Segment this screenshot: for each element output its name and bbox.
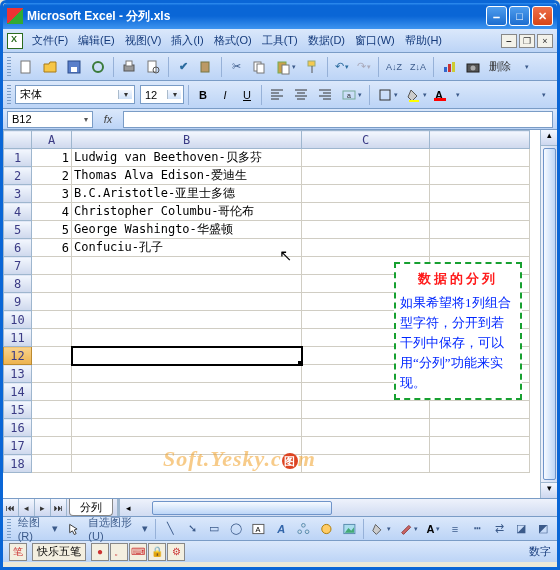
menu-edit[interactable]: 编辑(E) bbox=[73, 30, 120, 51]
cell[interactable]: 5 bbox=[32, 221, 72, 239]
row-header[interactable]: 2 bbox=[4, 167, 32, 185]
toolbar-grip-icon[interactable] bbox=[7, 519, 11, 539]
cell[interactable] bbox=[430, 221, 530, 239]
col-header-a[interactable]: A bbox=[32, 131, 72, 149]
cell[interactable] bbox=[430, 203, 530, 221]
prev-sheet-button[interactable]: ◂ bbox=[19, 499, 35, 516]
cell[interactable] bbox=[302, 221, 430, 239]
first-sheet-button[interactable]: ⏮ bbox=[3, 499, 19, 516]
undo-button[interactable]: ↶▾ bbox=[332, 56, 352, 77]
formula-bar[interactable] bbox=[123, 111, 553, 128]
cell[interactable] bbox=[72, 329, 302, 347]
merge-center-button[interactable]: a▾ bbox=[338, 84, 365, 105]
toolbar-options-button[interactable]: ▾ bbox=[533, 84, 553, 105]
maximize-button[interactable]: □ bbox=[509, 6, 530, 26]
font-color-button[interactable]: A▾ bbox=[432, 84, 463, 105]
workbook-icon[interactable] bbox=[7, 33, 23, 49]
col-header-b[interactable]: B bbox=[72, 131, 302, 149]
col-header-extra[interactable] bbox=[430, 131, 530, 149]
row-header[interactable]: 9 bbox=[4, 293, 32, 311]
cell[interactable] bbox=[72, 401, 302, 419]
line-button[interactable]: ╲ bbox=[160, 518, 180, 539]
fx-icon[interactable]: fx bbox=[99, 113, 117, 125]
row-header[interactable]: 10 bbox=[4, 311, 32, 329]
font-color-button-2[interactable]: A▾ bbox=[423, 518, 443, 539]
cell[interactable]: Ludwig van Beethoven-贝多芬 bbox=[72, 149, 302, 167]
cell[interactable] bbox=[32, 257, 72, 275]
arrow-style-button[interactable]: ⇄ bbox=[489, 518, 509, 539]
font-combo[interactable]: 宋体 ▾ bbox=[15, 85, 135, 104]
minimize-button[interactable]: ‒ bbox=[486, 6, 507, 26]
table-row[interactable]: 44Christopher Columbu-哥伦布 bbox=[4, 203, 530, 221]
cell[interactable] bbox=[72, 347, 302, 365]
cell[interactable] bbox=[32, 419, 72, 437]
toolbar-grip-icon[interactable] bbox=[7, 57, 11, 77]
cell[interactable] bbox=[72, 275, 302, 293]
picture-button[interactable] bbox=[339, 518, 360, 539]
table-row[interactable]: 66Confuciu-孔子 bbox=[4, 239, 530, 257]
cell[interactable]: Confuciu-孔子 bbox=[72, 239, 302, 257]
borders-button[interactable]: ▾ bbox=[374, 84, 401, 105]
3d-button[interactable]: ◩ bbox=[533, 518, 553, 539]
menu-tools[interactable]: 工具(T) bbox=[257, 30, 303, 51]
row-header[interactable]: 13 bbox=[4, 365, 32, 383]
italic-button[interactable]: I bbox=[215, 84, 235, 105]
cell[interactable] bbox=[302, 203, 430, 221]
rectangle-button[interactable]: ▭ bbox=[204, 518, 224, 539]
vertical-scroll-thumb[interactable] bbox=[543, 148, 556, 480]
save-button[interactable] bbox=[63, 56, 85, 77]
new-button[interactable] bbox=[15, 56, 37, 77]
row-header[interactable]: 14 bbox=[4, 383, 32, 401]
toolbar-grip-icon[interactable] bbox=[7, 85, 11, 105]
ime-icon[interactable]: 笔 bbox=[9, 543, 27, 561]
fill-color-button-2[interactable]: ▾ bbox=[368, 518, 393, 539]
select-objects-button[interactable] bbox=[63, 518, 84, 539]
mdi-close-button[interactable]: × bbox=[537, 34, 553, 48]
cell[interactable] bbox=[72, 383, 302, 401]
cut-button[interactable]: ✂ bbox=[226, 56, 246, 77]
menu-view[interactable]: 视图(V) bbox=[120, 30, 167, 51]
cell[interactable]: 1 bbox=[32, 149, 72, 167]
cell[interactable]: 6 bbox=[32, 239, 72, 257]
mdi-minimize-button[interactable]: ‒ bbox=[501, 34, 517, 48]
cell[interactable]: Christopher Columbu-哥伦布 bbox=[72, 203, 302, 221]
cell[interactable] bbox=[32, 329, 72, 347]
underline-button[interactable]: U bbox=[237, 84, 257, 105]
table-row[interactable]: 16 bbox=[4, 419, 530, 437]
last-sheet-button[interactable]: ⏭ bbox=[51, 499, 67, 516]
line-style-button[interactable]: ≡ bbox=[445, 518, 465, 539]
print-preview-button[interactable] bbox=[142, 56, 164, 77]
row-header[interactable]: 3 bbox=[4, 185, 32, 203]
diagram-button[interactable] bbox=[293, 518, 314, 539]
cell[interactable]: B.C.Aristotle-亚里士多德 bbox=[72, 185, 302, 203]
row-header[interactable]: 16 bbox=[4, 419, 32, 437]
format-painter-button[interactable] bbox=[301, 56, 323, 77]
sort-asc-button[interactable]: A↓Z bbox=[383, 56, 405, 77]
cell[interactable] bbox=[302, 149, 430, 167]
cell[interactable] bbox=[302, 239, 430, 257]
paste-button[interactable]: ▾ bbox=[272, 56, 299, 77]
spelling-button[interactable]: ✔ bbox=[173, 56, 193, 77]
dash-style-button[interactable]: ┅ bbox=[467, 518, 487, 539]
cell[interactable] bbox=[430, 401, 530, 419]
cell[interactable] bbox=[32, 365, 72, 383]
align-right-button[interactable] bbox=[314, 84, 336, 105]
cell[interactable] bbox=[302, 185, 430, 203]
row-header[interactable]: 15 bbox=[4, 401, 32, 419]
cell[interactable] bbox=[32, 275, 72, 293]
cell[interactable] bbox=[302, 401, 430, 419]
clipart-button[interactable] bbox=[316, 518, 337, 539]
cell[interactable] bbox=[302, 167, 430, 185]
cell[interactable] bbox=[430, 437, 530, 455]
camera-button[interactable] bbox=[462, 56, 484, 77]
cell[interactable] bbox=[430, 419, 530, 437]
table-row[interactable]: 22Thomas Alva Edison-爱迪生 bbox=[4, 167, 530, 185]
table-row[interactable]: 33B.C.Aristotle-亚里士多德 bbox=[4, 185, 530, 203]
scroll-down-button[interactable]: ▾ bbox=[541, 482, 557, 498]
arrow-button[interactable]: ➘ bbox=[182, 518, 202, 539]
table-row[interactable]: 11Ludwig van Beethoven-贝多芬 bbox=[4, 149, 530, 167]
cell[interactable] bbox=[72, 257, 302, 275]
row-header[interactable]: 17 bbox=[4, 437, 32, 455]
cell[interactable] bbox=[430, 239, 530, 257]
table-row[interactable]: 55George Washingto-华盛顿 bbox=[4, 221, 530, 239]
